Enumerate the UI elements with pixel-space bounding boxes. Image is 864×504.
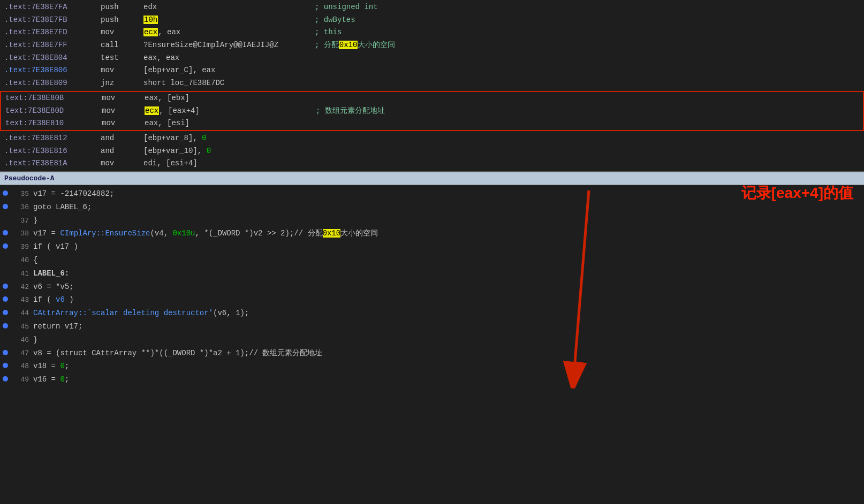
asm-mnemonic: and <box>101 133 143 144</box>
asm-mnemonic: jnz <box>101 78 143 89</box>
table-row: .text:7E38E7FB push 10h ; dwBytes <box>0 14 864 27</box>
asm-mnemonic: test <box>101 52 143 64</box>
table-row: .text:7E38E81A mov edi, [esi+4] <box>0 157 864 170</box>
asm-address: .text:7E38E816 <box>4 146 101 157</box>
pseudo-code-text: if ( v17 ) <box>33 241 78 253</box>
asm-operand: [ebp+var_10], 0 <box>143 146 315 157</box>
table-row: text:7E38E810 mov eax, [esi] <box>1 117 863 130</box>
asm-operand: ecx, [eax+4] <box>145 105 316 117</box>
breakpoint-dot <box>0 270 11 276</box>
asm-address: .text:7E38E804 <box>4 52 101 64</box>
line-number: 47 <box>11 348 33 360</box>
breakpoint-dot[interactable] <box>0 284 11 289</box>
pseudo-code-text: { <box>33 254 37 266</box>
breakpoint-dot[interactable] <box>0 190 11 196</box>
asm-operand: eax, [ebx] <box>145 93 316 104</box>
line-number: 36 <box>11 202 33 213</box>
asm-comment: ; dwBytes <box>315 14 355 26</box>
dot-filled-icon <box>3 284 8 289</box>
asm-address: .text:7E38E7FF <box>4 40 101 51</box>
table-row: .text:7E38E816 and [ebp+var_10], 0 <box>0 145 864 158</box>
asm-address: .text:7E38E7FA <box>4 2 101 13</box>
asm-mnemonic: and <box>101 146 143 157</box>
pseudo-row-44: 44 CAttrArray::`scalar deleting destruct… <box>0 307 864 320</box>
line-number: 41 <box>11 269 33 280</box>
pseudo-code-text: v17 = CImplAry::EnsureSize(v4, 0x10u, *(… <box>33 227 378 239</box>
breakpoint-dot[interactable] <box>0 296 11 302</box>
line-number: 45 <box>11 322 33 333</box>
table-row: .text:7E38E7FA push edx ; unsigned int <box>0 1 864 14</box>
dot-filled-icon <box>3 190 8 196</box>
asm-address: .text:7E38E809 <box>4 78 101 89</box>
line-number: 37 <box>11 216 33 227</box>
pseudo-code-text: LABEL_6: <box>33 268 69 279</box>
green-zero: 0 <box>202 134 206 142</box>
pseudo-row-40: 40 { <box>0 254 864 267</box>
breakpoint-dot[interactable] <box>0 310 11 315</box>
breakpoint-dot <box>0 257 11 262</box>
asm-address-blue[interactable]: .text:7E38E806 <box>4 65 101 77</box>
pseudo-row-46: 46 } <box>0 333 864 347</box>
assembly-panel: .text:7E38E7FA push edx ; unsigned int .… <box>0 0 864 172</box>
green-zero-2: 0 <box>207 147 211 155</box>
breakpoint-dot[interactable] <box>0 243 11 249</box>
pseudo-code-text: goto LABEL_6; <box>33 201 92 213</box>
breakpoint-dot[interactable] <box>0 350 11 355</box>
line-number: 35 <box>11 189 33 200</box>
pseudo-row-47: 47 v8 = (struct CAttrArray **)*((_DWORD … <box>0 347 864 360</box>
dot-filled-icon <box>3 230 8 235</box>
breakpoint-dot <box>0 217 11 223</box>
asm-comment: ; 数组元素分配地址 <box>316 105 385 117</box>
dot-filled-icon <box>3 376 8 381</box>
breakpoint-dot[interactable] <box>0 204 11 209</box>
asm-mnemonic: push <box>101 14 143 26</box>
pseudo-row-39: 39 if ( v17 ) <box>0 240 864 254</box>
line-number: 48 <box>11 361 33 372</box>
asm-mnemonic: push <box>101 2 143 13</box>
highlight-0x10-call: 0x10 <box>339 41 358 49</box>
asm-comment: ; 分配0x10大小的空间 <box>315 40 395 51</box>
red-box-selection: text:7E38E80B mov eax, [ebx] text:7E38E8… <box>0 91 864 131</box>
pseudo-code-text: v17 = -2147024882; <box>33 188 114 200</box>
asm-mnemonic: mov <box>102 93 145 104</box>
pseudo-code-text: v16 = 0; <box>33 373 69 385</box>
pseudo-row-37: 37 } <box>0 214 864 227</box>
asm-operand: ?EnsureSize@CImplAry@@IAEJIJ@Z <box>143 40 315 51</box>
pseudo-code-text: } <box>33 215 37 226</box>
asm-mnemonic: call <box>101 40 143 51</box>
asm-mnemonic: mov <box>102 105 145 117</box>
pseudocode-tab[interactable]: Pseudocode-A <box>4 174 55 182</box>
asm-comment: ; this <box>315 27 342 39</box>
tab-bar: Pseudocode-A <box>0 172 864 185</box>
asm-address: .text:7E38E81A <box>4 158 101 170</box>
pseudo-code-text: return v17; <box>33 320 82 332</box>
asm-address: text:7E38E810 <box>5 118 102 129</box>
asm-mnemonic: mov <box>101 158 143 170</box>
dot-filled-icon <box>3 363 8 368</box>
breakpoint-dot <box>0 337 11 342</box>
main-container: .text:7E38E7FA push edx ; unsigned int .… <box>0 0 864 388</box>
table-row: text:7E38E80D mov ecx, [eax+4] ; 数组元素分配地… <box>1 105 863 118</box>
dot-filled-icon <box>3 310 8 315</box>
dot-filled-icon <box>3 204 8 209</box>
pseudo-row-38: 38 v17 = CImplAry::EnsureSize(v4, 0x10u,… <box>0 227 864 240</box>
pseudo-row-36: 36 goto LABEL_6; <box>0 201 864 214</box>
table-row: .text:7E38E809 jnz short loc_7E38E7DC <box>0 77 864 90</box>
asm-operand: [ebp+var_8], 0 <box>143 133 315 144</box>
asm-mnemonic: mov <box>101 27 143 39</box>
pseudo-code-text: } <box>33 334 37 346</box>
pseudo-row-49: 49 v16 = 0; <box>0 373 864 386</box>
line-number: 40 <box>11 255 33 266</box>
asm-operand: [ebp+var_C], eax <box>143 65 315 77</box>
breakpoint-dot[interactable] <box>0 323 11 329</box>
asm-comment: ; unsigned int <box>315 2 378 13</box>
line-number: 44 <box>11 308 33 319</box>
pseudo-row-45: 45 return v17; <box>0 320 864 333</box>
asm-address: .text:7E38E7FD <box>4 27 101 39</box>
table-row: .text:7E38E812 and [ebp+var_8], 0 <box>0 132 864 145</box>
breakpoint-dot[interactable] <box>0 230 11 235</box>
pseudo-row-48: 48 v18 = 0; <box>0 360 864 373</box>
breakpoint-dot[interactable] <box>0 376 11 381</box>
breakpoint-dot[interactable] <box>0 363 11 368</box>
asm-operand: short loc_7E38E7DC <box>143 78 315 89</box>
